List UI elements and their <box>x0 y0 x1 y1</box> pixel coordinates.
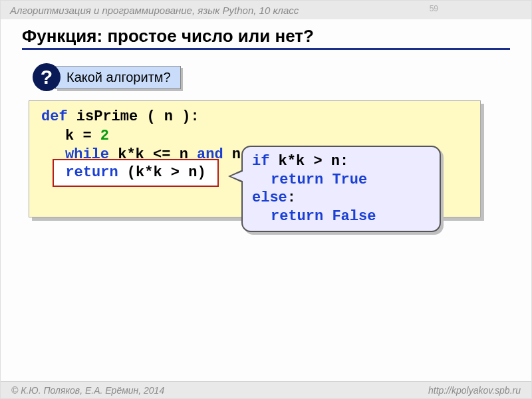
question-callout: ? Какой алгоритм? <box>33 63 181 91</box>
title-area: Функция: простое число или нет? <box>1 19 531 54</box>
function-name: isPrime ( n ) <box>76 108 191 125</box>
question-text: Какой алгоритм? <box>55 66 181 89</box>
page-number: 59 <box>430 4 438 13</box>
balloon-callout: if k*k > n: return True else: return Fal… <box>241 146 441 232</box>
balloon-line-2: return True <box>252 171 430 190</box>
header-strip: Алгоритмизация и программирование, язык … <box>1 1 531 19</box>
breadcrumb-text: Алгоритмизация и программирование, язык … <box>10 5 299 16</box>
footer-strip: © К.Ю. Поляков, Е.А. Ерёмин, 2014 http:/… <box>1 381 531 398</box>
balloon-line-3: else: <box>252 189 430 207</box>
code-line-2: k = 2 <box>41 127 468 146</box>
slide-title: Функция: простое число или нет? <box>22 26 510 50</box>
footer-copyright: © К.Ю. Поляков, Е.А. Ерёмин, 2014 <box>11 385 164 396</box>
keyword-def: def <box>41 108 68 125</box>
code-line-1: def isPrime ( n ): <box>41 108 468 127</box>
balloon-line-1: if k*k > n: <box>252 152 430 171</box>
balloon-line-4: return False <box>252 207 430 226</box>
footer-url: http://kpolyakov.spb.ru <box>428 385 521 396</box>
keyword-return: return <box>65 164 118 181</box>
question-mark-icon: ? <box>33 63 61 91</box>
return-box: return (k*k > n) <box>53 159 219 187</box>
